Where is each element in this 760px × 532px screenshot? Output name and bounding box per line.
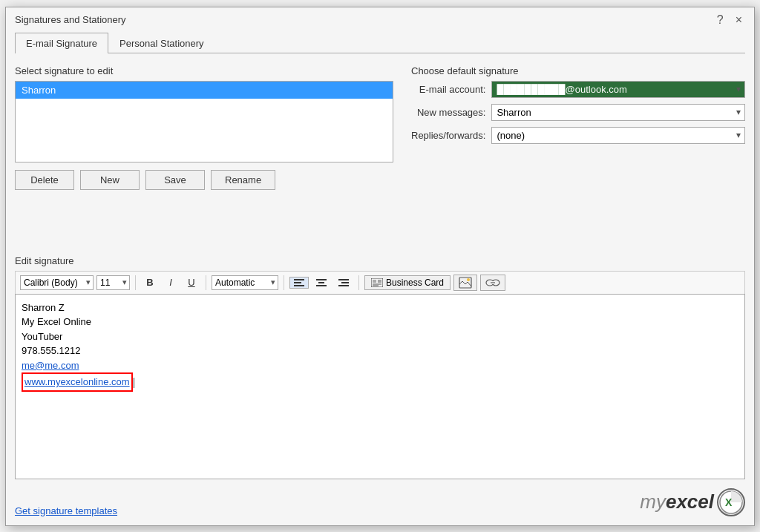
new-messages-select[interactable]: Sharron xyxy=(491,104,745,121)
email-account-select-wrapper: ██████████@outlook.com xyxy=(491,81,745,98)
tabs: E-mail Signature Personal Stationery xyxy=(15,33,745,53)
toolbar-sep-2 xyxy=(206,275,206,290)
delete-button[interactable]: Delete xyxy=(15,170,74,190)
svg-point-7 xyxy=(467,278,470,281)
myexcel-brand-text: myexcel xyxy=(640,490,714,513)
edit-sig-label: Edit signature xyxy=(15,255,745,266)
title-bar: Signatures and Stationery ? × xyxy=(6,7,754,33)
default-sig-grid: E-mail account: ██████████@outlook.com N… xyxy=(411,81,745,144)
signature-editor[interactable]: Sharron Z My Excel Online YouTuber 978.5… xyxy=(15,294,745,479)
signature-item-sharron[interactable]: Sharron xyxy=(16,82,393,99)
sig-line-4: 978.555.1212 xyxy=(22,344,738,358)
font-size-select-wrapper: 11 xyxy=(96,275,130,290)
save-button[interactable]: Save xyxy=(145,170,205,190)
dialog-body: E-mail Signature Personal Stationery Sel… xyxy=(6,33,754,525)
footer-area: Get signature templates myexcel X xyxy=(15,488,745,516)
align-center-icon xyxy=(316,279,327,286)
sig-line-6: www.myexcelonline.com xyxy=(22,372,738,392)
insert-hyperlink-icon xyxy=(485,277,500,289)
myexcel-logo-icon: X xyxy=(717,488,745,516)
align-left-button[interactable] xyxy=(289,277,309,289)
sig-line-1: Sharron Z xyxy=(22,301,738,315)
svg-rect-1 xyxy=(373,280,376,283)
italic-button[interactable]: I xyxy=(162,275,180,290)
sig-line-3: YouTuber xyxy=(22,329,738,344)
sig-email-link[interactable]: me@me.com xyxy=(22,360,79,371)
myexcel-icon-svg: X xyxy=(719,490,743,514)
replies-forwards-select[interactable]: (none) xyxy=(491,127,745,144)
sig-website-link[interactable]: www.myexcelonline.com xyxy=(22,372,133,392)
excel-text: excel xyxy=(666,490,714,513)
text-cursor xyxy=(134,378,134,388)
tab-personal-stationery[interactable]: Personal Stationery xyxy=(108,33,214,53)
toolbar-sep-3 xyxy=(284,275,284,290)
align-right-button[interactable] xyxy=(334,277,353,289)
font-size-select[interactable]: 11 xyxy=(96,275,130,290)
sig-line-5: me@me.com xyxy=(22,358,738,373)
tab-email-signature[interactable]: E-mail Signature xyxy=(15,33,108,53)
my-text: my xyxy=(640,490,666,513)
align-right-icon xyxy=(338,279,349,286)
new-button[interactable]: New xyxy=(80,170,140,190)
underline-button[interactable]: U xyxy=(183,275,200,290)
business-card-label: Business Card xyxy=(386,278,444,288)
choose-default-label: Choose default signature xyxy=(411,65,745,76)
sig-line-2: My Excel Online xyxy=(22,315,738,329)
edit-signature-section: Edit signature Calibri (Body) 11 B I xyxy=(15,255,745,479)
dialog-title: Signatures and Stationery xyxy=(15,14,126,25)
font-name-select-wrapper: Calibri (Body) xyxy=(20,275,94,290)
close-icon[interactable]: × xyxy=(733,13,745,27)
font-name-select[interactable]: Calibri (Body) xyxy=(20,275,94,290)
toolbar-sep-4 xyxy=(358,275,359,290)
signature-toolbar: Calibri (Body) 11 B I U Automati xyxy=(15,271,745,294)
left-panel: Select signature to edit Sharron Delete … xyxy=(15,65,393,243)
bold-button[interactable]: B xyxy=(141,275,159,290)
signature-buttons-row: Delete New Save Rename xyxy=(15,170,393,190)
svg-text:X: X xyxy=(725,496,733,508)
align-center-button[interactable] xyxy=(312,277,331,289)
toolbar-sep-1 xyxy=(135,275,136,290)
new-messages-select-wrapper: Sharron xyxy=(491,104,745,121)
dialog: Signatures and Stationery ? × E-mail Sig… xyxy=(5,7,755,526)
signature-list[interactable]: Sharron xyxy=(15,81,393,162)
color-select[interactable]: Automatic xyxy=(212,275,278,290)
insert-image-button[interactable] xyxy=(453,275,477,291)
insert-image-icon xyxy=(459,277,472,289)
replies-forwards-select-wrapper: (none) xyxy=(491,127,745,144)
email-account-select[interactable]: ██████████@outlook.com xyxy=(491,81,745,98)
right-panel: Choose default signature E-mail account:… xyxy=(411,65,745,243)
replies-forwards-label: Replies/forwards: xyxy=(411,130,485,141)
rename-button[interactable]: Rename xyxy=(211,170,275,190)
select-sig-label: Select signature to edit xyxy=(15,65,393,76)
business-card-icon xyxy=(371,278,383,287)
myexcel-logo: myexcel X xyxy=(640,488,745,516)
help-icon[interactable]: ? xyxy=(714,13,727,27)
insert-hyperlink-button[interactable] xyxy=(480,275,505,291)
color-select-wrapper: Automatic xyxy=(212,275,278,290)
signature-content: Sharron Z My Excel Online YouTuber 978.5… xyxy=(22,301,738,392)
content-area: Select signature to edit Sharron Delete … xyxy=(15,65,745,243)
get-templates-link[interactable]: Get signature templates xyxy=(15,505,117,516)
business-card-button[interactable]: Business Card xyxy=(364,275,451,290)
align-left-icon xyxy=(294,279,304,286)
title-bar-controls: ? × xyxy=(714,13,745,27)
new-messages-label: New messages: xyxy=(411,107,485,118)
email-account-label: E-mail account: xyxy=(411,84,485,95)
